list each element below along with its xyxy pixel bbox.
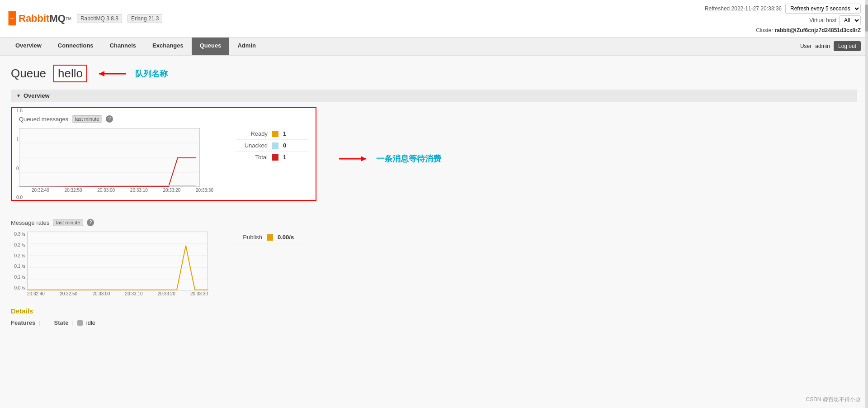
refresh-select[interactable]: Refresh every 5 seconds [785,4,861,14]
right-annotation-text: 一条消息等待消费 [376,153,441,164]
stat-total-label: Total [236,154,268,161]
vhost-select[interactable]: All [839,15,861,25]
unacked-color-box [272,142,278,149]
ready-color-box [272,131,278,137]
erlang-badge: Erlang 21.3 [127,14,162,23]
chart-stats-row: 1.5 1.0 0.5 0.0 [19,128,308,193]
stat-publish-value: 0.00/s [278,234,294,241]
cluster-name: rabbit@iZuf6cnjz7d24851d3cx8rZ [775,27,861,33]
scrollbar-thumb [865,5,868,32]
stat-unacked: Unacked 0 [236,140,308,152]
help-icon[interactable]: ? [106,115,113,123]
overview-section-header[interactable]: ▼ Overview [11,90,857,102]
nav-exchanges[interactable]: Exchanges [144,38,192,55]
rates-label: Message rates [11,219,49,226]
rates-title-row: Message rates last minute ? [11,219,857,226]
details-row: Features | State | idle [11,319,857,326]
rates-chart-container: 0.3 /s 0.2 /s 0.2 /s 0.1 /s 0.1 /s 0.0 /… [11,232,208,296]
state-label: State [54,319,69,326]
overview-section-title: Overview [24,92,50,99]
stat-ready-value: 1 [283,130,286,137]
rates-help-icon[interactable]: ? [87,219,94,226]
stat-unacked-label: Unacked [236,142,268,149]
state-dot-icon [77,320,83,326]
chart-x-labels: 20:32:40 20:32:50 20:33:00 20:33:10 20:3… [19,188,213,193]
svg-marker-1 [99,71,104,76]
chart-with-y: 1.5 1.0 0.5 0.0 [19,128,213,187]
stat-total-value: 1 [283,154,286,161]
details-section: Details Features | State | idle [11,307,857,326]
state-value: idle [86,319,95,326]
right-annotation: 一条消息等待消费 [335,152,441,166]
queued-messages-title: Queued messages last minute ? [19,115,308,123]
scrollbar[interactable] [865,0,868,335]
logo: 🁢 RabbitMQTM [7,12,71,26]
stat-unacked-value: 0 [283,142,286,149]
rates-chart-svg [28,232,208,291]
vhost-row: Virtual host All [809,15,861,25]
stat-ready-label: Ready [236,130,268,137]
time-badge: last minute [72,115,102,123]
user-name: admin [815,43,830,49]
nav-bar: Overview Connections Channels Exchanges … [0,38,868,56]
top-bar: 🁢 RabbitMQTM RabbitMQ 3.8.8 Erlang 21.3 … [0,0,868,38]
nav-queues[interactable]: Queues [192,38,230,55]
nav-connections[interactable]: Connections [50,38,102,55]
nav-admin[interactable]: Admin [229,38,264,55]
logo-area: 🁢 RabbitMQTM RabbitMQ 3.8.8 Erlang 21.3 [7,12,162,26]
rates-y-labels: 0.3 /s 0.2 /s 0.2 /s 0.1 /s 0.1 /s 0.0 /… [11,232,27,290]
chart-box [19,128,200,187]
stat-total: Total 1 [236,152,308,163]
state-separator: | [72,319,73,326]
queue-annotation-text: 队列名称 [135,68,168,79]
queued-messages-label: Queued messages [19,116,68,123]
logout-button[interactable]: Log out [834,41,861,51]
queue-annotation: 队列名称 [94,67,168,81]
total-color-box [272,154,278,161]
refresh-row: Refreshed 2022-11-27 20:33:36 Refresh ev… [705,4,861,14]
nav-right: User admin Log out [800,41,861,51]
cluster-row: Cluster rabbit@iZuf6cnjz7d24851d3cx8rZ [756,27,861,33]
version-badge: RabbitMQ 3.8.8 [77,14,122,23]
queue-name: hello [53,65,87,82]
rates-x-labels: 20:32:40 20:32:50 20:33:00 20:33:10 20:3… [11,291,208,296]
stat-ready: Ready 1 [236,128,308,140]
rates-stats-table: Publish 0.00/s [231,232,303,243]
overview-panel-wrapper: Queued messages last minute ? 1.5 1.0 0.… [11,107,857,210]
nav-overview[interactable]: Overview [7,38,50,55]
toggle-icon: ▼ [16,93,21,98]
stat-publish: Publish 0.00/s [231,232,303,243]
queue-title-row: Queue hello 队列名称 [11,65,857,82]
logo-tm: TM [66,16,71,21]
logo-rabbit: Rabbit [19,13,49,24]
red-arrow-icon [94,67,131,81]
overview-panel: Queued messages last minute ? 1.5 1.0 0.… [11,107,316,201]
user-label: User [800,43,811,49]
features-separator: | [39,319,40,326]
queued-chart-svg [19,128,200,187]
nav-left: Overview Connections Channels Exchanges … [7,38,264,55]
cluster-label: Cluster [756,27,773,33]
chart-container: 1.5 1.0 0.5 0.0 [19,128,213,193]
refreshed-label: Refreshed 2022-11-27 20:33:36 [705,5,782,12]
rates-section: Message rates last minute ? 0.3 /s 0.2 /… [11,219,857,296]
queue-prefix-label: Queue [11,66,46,81]
details-features-col: Features | [11,319,41,326]
features-label: Features [11,319,35,326]
right-arrow-svg [335,152,371,166]
publish-color-box [267,234,273,241]
svg-marker-8 [361,156,366,161]
stats-table: Ready 1 Unacked 0 Total 1 [236,128,308,163]
details-state-col: State | idle [54,319,95,326]
main-content: Queue hello 队列名称 ▼ Overview Queued messa… [0,56,868,335]
rates-chart-stats-row: 0.3 /s 0.2 /s 0.2 /s 0.1 /s 0.1 /s 0.0 /… [11,232,857,296]
rates-chart-with-y: 0.3 /s 0.2 /s 0.2 /s 0.1 /s 0.1 /s 0.0 /… [11,232,208,290]
logo-mq: MQ [49,13,65,24]
nav-channels[interactable]: Channels [102,38,145,55]
rates-time-badge: last minute [53,219,83,226]
logo-icon: 🁢 [7,12,17,26]
rates-chart-box [27,232,208,290]
top-right: Refreshed 2022-11-27 20:33:36 Refresh ev… [705,4,861,33]
vhost-label: Virtual host [809,17,836,24]
stat-publish-label: Publish [231,234,262,241]
